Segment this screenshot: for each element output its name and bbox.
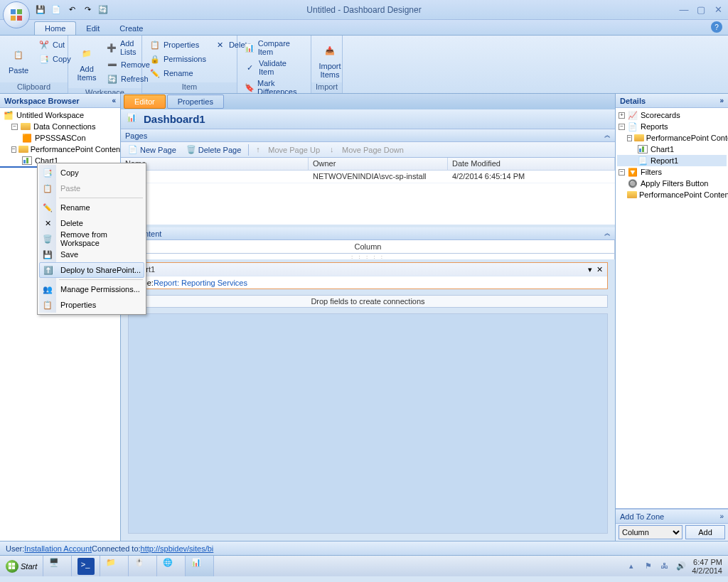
cm-properties[interactable]: 📋Properties <box>39 297 144 313</box>
maximize-icon[interactable]: ▢ <box>695 4 707 16</box>
network-icon[interactable]: 🖧 <box>660 561 670 571</box>
tab-home[interactable]: Home <box>34 21 76 35</box>
collapse-toggle-icon[interactable]: − <box>11 146 16 153</box>
ie-icon: 🌐 <box>163 558 180 575</box>
clock[interactable]: 6:47 PM 4/2/2014 <box>692 558 722 575</box>
minimize-icon[interactable]: — <box>678 4 690 16</box>
task-ie[interactable]: 🌐 <box>157 556 186 576</box>
col-name[interactable]: Name <box>121 158 309 170</box>
rename-button[interactable]: ✏️Rename <box>146 66 209 80</box>
save-all-icon[interactable]: 📄 <box>50 4 63 16</box>
refresh-icon[interactable]: 🔄 <box>97 4 109 16</box>
flag-icon[interactable]: ⚑ <box>645 561 655 571</box>
drag-handle[interactable]: : : : : : <box>121 254 615 259</box>
cm-rename[interactable]: ✏️Rename <box>39 200 144 215</box>
tree-root[interactable]: 🗂️Untitled Workspace <box>1 109 119 121</box>
permissions-icon: 🔒 <box>149 53 161 65</box>
task-explorer[interactable]: 📁 <box>100 556 129 576</box>
properties-tab[interactable]: Properties <box>167 95 224 109</box>
document-name: Dashboard1 <box>144 113 205 125</box>
button-icon: 🔘 <box>627 178 638 188</box>
delete-page-button[interactable]: 🗑️Delete Page <box>182 143 246 157</box>
tree-chart1[interactable]: Chart1 <box>617 144 727 155</box>
permissions-button[interactable]: 🔒Permissions <box>146 52 209 66</box>
task-app[interactable]: 🖱️ <box>129 556 157 576</box>
tree-scorecards[interactable]: +📈Scorecards <box>617 109 727 121</box>
collapse-toggle-icon[interactable]: − <box>619 124 625 130</box>
refresh-icon: 🔄 <box>107 73 118 85</box>
deploy-icon: ⬆️ <box>43 264 54 276</box>
task-server-manager[interactable]: 🖥️ <box>43 556 72 576</box>
group-item: Item <box>142 82 237 93</box>
user-link[interactable]: Installation Account <box>24 544 92 553</box>
delete-icon: ✕ <box>215 39 226 50</box>
collapse-right-icon[interactable]: » <box>719 97 724 104</box>
start-button[interactable]: Start <box>0 556 43 576</box>
add-button[interactable]: Add <box>685 525 725 539</box>
cm-delete[interactable]: ✕Delete <box>39 215 144 231</box>
task-dashboard-designer[interactable]: 📊 <box>186 556 214 576</box>
cm-copy[interactable]: 📑Copy <box>39 165 144 180</box>
tree-data-connections[interactable]: −Data Connections <box>1 121 119 132</box>
office-button[interactable] <box>3 1 30 28</box>
report-icon: 📃 <box>637 156 648 166</box>
save-icon[interactable]: 💾 <box>34 4 47 16</box>
tab-edit[interactable]: Edit <box>76 22 109 35</box>
folder-icon <box>627 190 637 200</box>
connection-link[interactable]: http://spbidev/sites/bi <box>141 544 214 553</box>
help-icon[interactable]: ? <box>711 21 722 33</box>
tree-pp-content-2[interactable]: PerformancePoint Content <box>617 189 727 200</box>
tree-pp-content[interactable]: −PerformancePoint Content <box>1 144 119 155</box>
table-row[interactable]: e 1 NETWOVENINDIA\svc-sp-install 4/2/201… <box>121 171 615 183</box>
drop-fields-zone[interactable]: Drop fields to create connections <box>128 295 608 308</box>
col-date[interactable]: Date Modified <box>448 158 615 170</box>
dashboard-canvas[interactable] <box>128 313 608 534</box>
tree-report1[interactable]: 📃Report1 <box>617 155 727 166</box>
cm-remove-workspace[interactable]: 🗑️Remove from Workspace <box>39 231 144 247</box>
properties-button[interactable]: 📋Properties <box>146 38 209 52</box>
svg-rect-1 <box>17 9 22 14</box>
paste-button[interactable]: 📋 Paste <box>3 37 34 81</box>
cm-manage-permissions[interactable]: 👥Manage Permissions... <box>39 281 144 297</box>
cm-save[interactable]: 💾Save <box>39 247 144 262</box>
expand-toggle-icon[interactable]: + <box>619 112 625 119</box>
sound-icon[interactable]: 🔊 <box>676 561 686 571</box>
collapse-toggle-icon[interactable]: − <box>619 169 625 176</box>
validate-button[interactable]: ✓Validate Item <box>242 58 306 77</box>
editor-tab[interactable]: Editor <box>124 95 166 109</box>
import-items-button[interactable]: 📥 Import Items <box>314 37 346 81</box>
collapse-section-icon[interactable]: ︽ <box>604 229 611 238</box>
add-items-button[interactable]: 📁 Add Items <box>71 37 102 87</box>
compare-button[interactable]: 📊Compare Item <box>242 38 306 58</box>
close-icon[interactable]: ✕ <box>712 4 724 16</box>
undo-icon[interactable]: ↶ <box>65 4 78 16</box>
report-type-link[interactable]: Report: Reporting Services <box>154 279 247 287</box>
tree-filters[interactable]: −🔽Filters <box>617 166 727 178</box>
cm-deploy-sharepoint[interactable]: ⬆️Deploy to SharePoint... <box>39 262 144 278</box>
collapse-left-icon[interactable]: « <box>112 97 116 104</box>
collapse-toggle-icon[interactable]: − <box>627 135 632 141</box>
permissions-icon: 👥 <box>42 284 53 295</box>
ribbon: 📋 Paste ✂️Cut 📑Copy Clipboard 📁 Add Item… <box>0 36 728 94</box>
zone-select[interactable]: Column <box>619 525 682 539</box>
report-dropdown-icon[interactable]: ▾ <box>588 265 592 274</box>
tree-pp-content[interactable]: −PerformancePoint Content <box>617 132 727 144</box>
collapse-addzone-icon[interactable]: » <box>719 512 724 520</box>
new-page-button[interactable]: 📄New Page <box>124 143 181 157</box>
chart-icon <box>637 144 648 154</box>
tab-create[interactable]: Create <box>109 22 153 35</box>
folder-icon <box>634 133 644 143</box>
add-items-icon: 📁 <box>75 42 98 65</box>
task-powershell[interactable]: >_ <box>72 556 100 576</box>
collapse-section-icon[interactable]: ︽ <box>604 131 611 140</box>
redo-icon[interactable]: ↷ <box>81 4 94 16</box>
tree-apply-filters[interactable]: 🔘Apply Filters Button <box>617 178 727 189</box>
tree-reports[interactable]: −📄Reports <box>617 121 727 132</box>
tree-ppsssascon[interactable]: 🟧PPSSSASCon <box>1 132 119 144</box>
collapse-toggle-icon[interactable]: − <box>11 124 18 130</box>
svg-rect-5 <box>12 563 15 566</box>
col-owner[interactable]: Owner <box>309 158 448 170</box>
show-hidden-icon[interactable]: ▴ <box>629 561 639 571</box>
report-close-icon[interactable]: ✕ <box>596 265 603 274</box>
scorecard-icon: 📈 <box>627 110 638 120</box>
